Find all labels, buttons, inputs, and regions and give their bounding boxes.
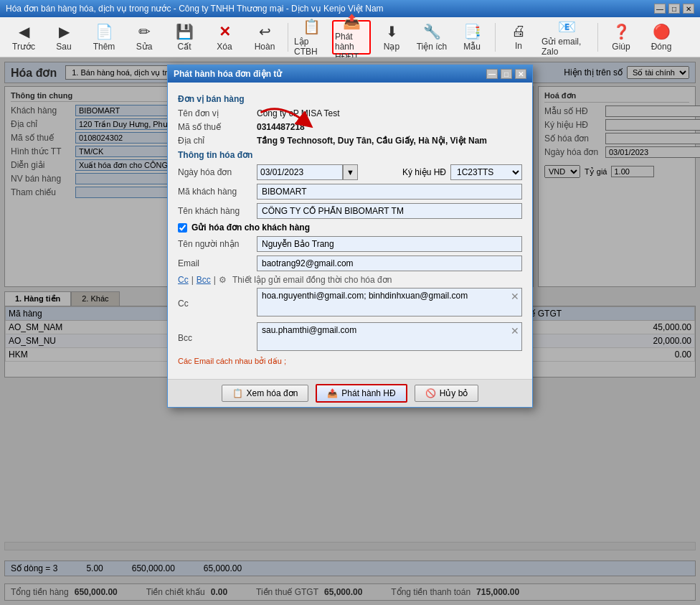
modal-ten-kh-row: Tên khách hàng [178,203,522,219]
ten-don-vi-value: Công ty cP MISA Test [257,108,340,118]
sep3 [597,23,598,52]
template-icon: 📑 [463,23,481,40]
prev-label: Trước [12,42,35,52]
delete-button[interactable]: ✕ Xóa [205,20,244,55]
modal-email-label: Email [178,258,257,268]
help-button[interactable]: ❓ Giúp [602,20,640,55]
modal-dialog: Phát hành hóa đơn điện tử — □ ✕ Đơn vị b… [167,65,533,408]
modal-note: Các Email cách nhau bởi dấu ; [178,357,522,366]
minimize-button[interactable]: — [654,4,666,14]
don-vi-section-title: Đơn vị bán hàng [178,94,522,104]
modal-email-input[interactable] [257,255,522,271]
modal-ten-kh-input[interactable] [257,203,522,219]
modal-gui-checkbox-row: Gửi hóa đơn cho khách hàng [178,222,522,233]
modal-bcc-row: Bcc sau.phamthi@gmail.com ✕ [178,322,522,353]
modal-bcc-clear-button[interactable]: ✕ [511,325,519,337]
issue-button[interactable]: 📤 Phát hành HĐĐT [332,20,371,55]
utility-button[interactable]: 🔧 Tiện ích [412,20,451,55]
title-buttons: — □ ✕ [654,4,694,14]
delete-label: Xóa [217,42,232,52]
revert-icon: ↩ [259,23,271,40]
modal-ten-nguoi-nhan-label: Tên người nhận [178,239,257,249]
edit-label: Sửa [136,42,153,52]
modal-ten-nguoi-nhan-row: Tên người nhận [178,236,522,252]
modal-title-buttons: — □ ✕ [486,69,526,79]
revert-label: Hoàn [255,42,275,52]
add-button[interactable]: 📄 Thêm [85,20,123,55]
modal-footer: 📋 Xem hóa đơn 📤 Phát hành HĐ 🚫 Hủy bỏ [168,379,532,407]
revert-button[interactable]: ↩ Hoàn [245,20,284,55]
modal-ten-nguoi-nhan-input[interactable] [257,236,522,252]
next-label: Sau [56,42,71,52]
utility-icon: 🔧 [423,23,441,40]
modal-mst-value: 0314487218 [257,122,305,132]
print-label: In [515,41,522,51]
modal-ky-hieu-select[interactable]: 1C23TTS [450,164,522,180]
next-button[interactable]: ▶ Sau [44,20,83,55]
modal-cc-clear-button[interactable]: ✕ [511,291,519,302]
huy-bo-label: Hủy bỏ [440,388,468,398]
gui-hoa-don-label: Gửi hóa đơn cho khách hàng [191,222,310,233]
help-label: Giúp [612,42,630,52]
modal-dia-chi-value: Tầng 9 Technosoft, Duy Tân, Cầu Giấy, Hà… [257,136,487,146]
template-label: Mẫu [463,42,481,52]
modal-cc-wrap: hoa.nguyenthi@gmail.com; binhdinhxuan@gm… [257,288,522,319]
next-icon: ▶ [59,23,70,40]
gui-hoa-don-checkbox[interactable] [178,223,187,233]
modal-date-picker-button[interactable]: ▼ [343,164,358,180]
add-label: Thêm [93,42,115,52]
template-button[interactable]: 📑 Mẫu [453,20,491,55]
modal-ma-so-thue-row: Mã số thuế 0314487218 [178,122,522,132]
email-button[interactable]: 📧 Gửi email, Zalo [539,20,594,55]
modal-email-row: Email [178,255,522,271]
ten-don-vi-label: Tên đơn vị [178,108,257,118]
separator-1: | [191,275,194,285]
load-button[interactable]: ⬇ Nạp [372,20,411,55]
modal-cc-link-row: Cc | Bcc | ⚙ Thiết lập gửi email đồng th… [178,275,522,285]
prev-button[interactable]: ◀ Trước [4,20,43,55]
huy-bo-button[interactable]: 🚫 Hủy bỏ [415,385,479,402]
settings-icon[interactable]: ⚙ [219,275,227,285]
modal-mst-label: Mã số thuế [178,122,257,132]
modal-ma-kh-row: Mã khách hàng [178,184,522,200]
load-icon: ⬇ [386,23,398,40]
close-window-button[interactable]: ✕ [683,4,694,14]
modal-cc-label: Cc [178,299,257,309]
delete-icon: ✕ [219,23,231,40]
ky-hieu-hd-label-modal: Ký hiệu HĐ [402,167,446,177]
modal-titlebar: Phát hành hóa đơn điện tử — □ ✕ [168,65,532,83]
phat-hanh-label: Phát hành HĐ [341,388,395,398]
bcc-link[interactable]: Bcc [197,275,211,285]
modal-ngay-hd-input[interactable] [257,164,343,180]
load-label: Nạp [384,42,399,52]
sep2 [495,23,496,52]
print-icon: 🖨 [511,23,526,39]
phat-hanh-hd-button[interactable]: 📤 Phát hành HĐ [316,384,407,403]
modal-close-button[interactable]: ✕ [515,69,526,79]
xem-hoa-don-button[interactable]: 📋 Xem hóa đơn [222,385,309,402]
modal-minimize-button[interactable]: — [486,69,498,79]
create-button[interactable]: 📋 Lập CTBH [292,20,331,55]
save-icon: 💾 [176,23,194,40]
separator-2: | [214,275,216,285]
modal-bcc-label: Bcc [178,333,257,343]
thong-tin-hd-title: Thông tin hóa đơn [178,150,522,160]
cc-link[interactable]: Cc [178,275,189,285]
maximize-button[interactable]: □ [668,4,680,14]
issue-icon: 📤 [343,13,361,30]
close-app-icon: 🔴 [653,23,671,40]
title-text: Hóa đơn bán hàng hóa, dịch vụ trong nước… [6,4,384,14]
modal-maximize-button[interactable]: □ [501,69,512,79]
email-label: Gửi email, Zalo [541,37,592,57]
modal-bcc-wrap: sau.phamthi@gmail.com ✕ [257,322,522,353]
close-app-button[interactable]: 🔴 Đóng [642,20,681,55]
save-button[interactable]: 💾 Cất [165,20,204,55]
modal-cc-textarea[interactable]: hoa.nguyenthi@gmail.com; binhdinhxuan@gm… [257,288,522,316]
edit-icon: ✏ [138,23,151,40]
print-button[interactable]: 🖨 In [499,20,538,55]
email-icon: 📧 [558,18,576,35]
prev-icon: ◀ [19,23,29,40]
edit-button[interactable]: ✏ Sửa [125,20,164,55]
modal-bcc-textarea[interactable]: sau.phamthi@gmail.com [257,322,522,351]
modal-ma-kh-input[interactable] [257,184,522,200]
